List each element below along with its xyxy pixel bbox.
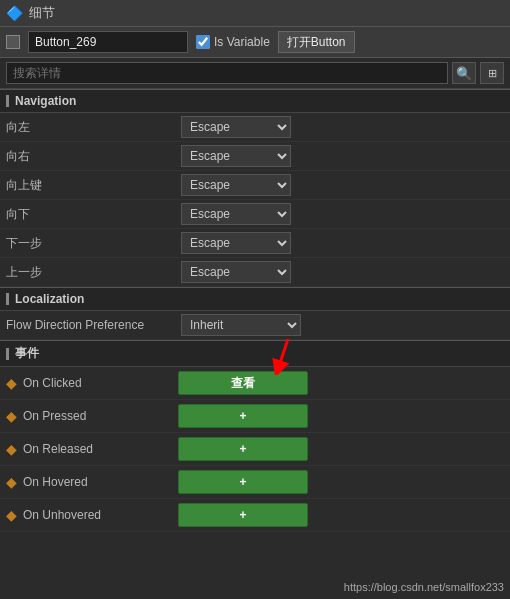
nav-row-up: 向上键 Escape [0, 171, 510, 200]
event-label-hovered: On Hovered [23, 475, 178, 489]
nav-prev-value: Escape [181, 261, 504, 283]
event-label-unhovered: On Unhovered [23, 508, 178, 522]
event-icon-released: ◆ [6, 441, 17, 457]
on-clicked-button-label: 查看 [231, 375, 255, 392]
event-row-pressed: ◆ On Pressed + [0, 400, 510, 433]
event-icon-clicked: ◆ [6, 375, 17, 391]
on-released-button[interactable]: + [178, 437, 308, 461]
event-row-unhovered: ◆ On Unhovered + [0, 499, 510, 532]
is-variable-checkbox[interactable] [196, 35, 210, 49]
grid-view-button[interactable]: ⊞ [480, 62, 504, 84]
flow-direction-select[interactable]: Inherit LeftToRight RightToLeft [181, 314, 301, 336]
nav-next-select[interactable]: Escape [181, 232, 291, 254]
panel-icon: 🔷 [6, 5, 23, 21]
toolbar-row: Is Variable 打开Button [0, 27, 510, 58]
header-title: 细节 [29, 4, 55, 22]
nav-next-label: 下一步 [6, 235, 181, 252]
flow-direction-row: Flow Direction Preference Inherit LeftTo… [0, 311, 510, 340]
on-hovered-button[interactable]: + [178, 470, 308, 494]
nav-prev-label: 上一步 [6, 264, 181, 281]
event-label-clicked: On Clicked [23, 376, 178, 390]
localization-section-header: Localization [0, 287, 510, 311]
on-pressed-button-label: + [239, 409, 246, 423]
flow-direction-value: Inherit LeftToRight RightToLeft [181, 314, 504, 336]
events-section-header: 事件 [0, 340, 510, 367]
on-unhovered-button-label: + [239, 508, 246, 522]
open-button[interactable]: 打开Button [278, 31, 355, 53]
nav-up-label: 向上键 [6, 177, 181, 194]
nav-left-select[interactable]: Escape [181, 116, 291, 138]
on-hovered-button-label: + [239, 475, 246, 489]
nav-row-down: 向下 Escape [0, 200, 510, 229]
event-icon-pressed: ◆ [6, 408, 17, 424]
event-label-pressed: On Pressed [23, 409, 178, 423]
event-icon-unhovered: ◆ [6, 507, 17, 523]
header-bar: 🔷 细节 [0, 0, 510, 27]
on-pressed-button[interactable]: + [178, 404, 308, 428]
nav-row-right: 向右 Escape [0, 142, 510, 171]
is-variable-label: Is Variable [196, 35, 270, 49]
flow-direction-label: Flow Direction Preference [6, 318, 181, 332]
nav-down-label: 向下 [6, 206, 181, 223]
navigation-section-header: Navigation [0, 89, 510, 113]
nav-right-value: Escape [181, 145, 504, 167]
nav-prev-select[interactable]: Escape [181, 261, 291, 283]
nav-next-value: Escape [181, 232, 504, 254]
nav-row-prev: 上一步 Escape [0, 258, 510, 287]
nav-down-select[interactable]: Escape [181, 203, 291, 225]
nav-up-value: Escape [181, 174, 504, 196]
search-button[interactable]: 🔍 [452, 62, 476, 84]
on-unhovered-button[interactable]: + [178, 503, 308, 527]
event-row-hovered: ◆ On Hovered + [0, 466, 510, 499]
content-area: Navigation 向左 Escape 向右 Escape 向上键 Escap… [0, 89, 510, 599]
on-clicked-button[interactable]: 查看 [178, 371, 308, 395]
nav-right-label: 向右 [6, 148, 181, 165]
event-row-clicked: ◆ On Clicked 查看 [0, 367, 510, 400]
search-row: 🔍 ⊞ [0, 58, 510, 89]
nav-row-next: 下一步 Escape [0, 229, 510, 258]
event-btn-wrapper-clicked: 查看 [178, 371, 308, 395]
nav-up-select[interactable]: Escape [181, 174, 291, 196]
event-label-released: On Released [23, 442, 178, 456]
nav-left-value: Escape [181, 116, 504, 138]
on-released-button-label: + [239, 442, 246, 456]
nav-row-left: 向左 Escape [0, 113, 510, 142]
search-input[interactable] [6, 62, 448, 84]
nav-down-value: Escape [181, 203, 504, 225]
nav-right-select[interactable]: Escape [181, 145, 291, 167]
event-icon-hovered: ◆ [6, 474, 17, 490]
nav-left-label: 向左 [6, 119, 181, 136]
event-row-released: ◆ On Released + [0, 433, 510, 466]
color-swatch [6, 35, 20, 49]
widget-name-input[interactable] [28, 31, 188, 53]
